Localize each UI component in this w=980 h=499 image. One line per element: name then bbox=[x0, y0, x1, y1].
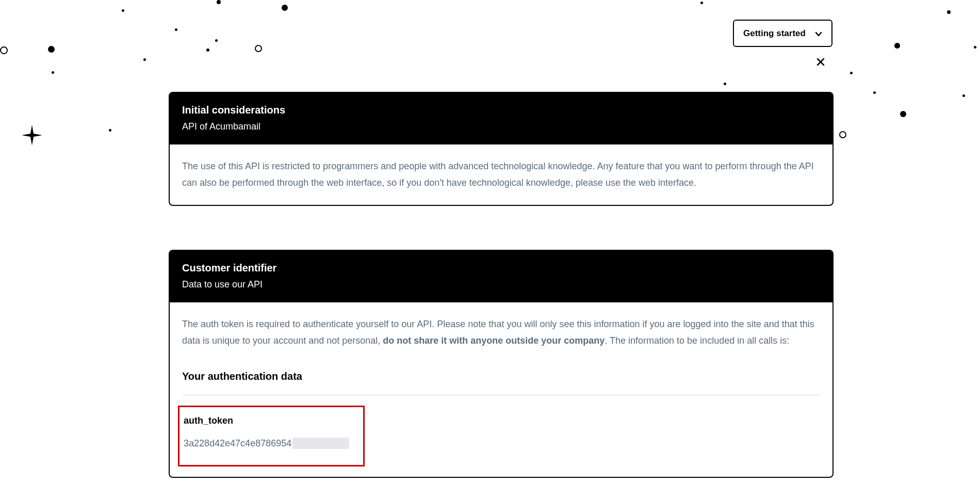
decoration-dot bbox=[52, 71, 54, 74]
card-header: Initial considerations API of Acumbamail bbox=[170, 93, 832, 144]
card-title: Initial considerations bbox=[182, 104, 820, 116]
decoration-dot bbox=[215, 39, 218, 42]
close-icon[interactable] bbox=[816, 58, 825, 66]
initial-considerations-card: Initial considerations API of Acumbamail… bbox=[169, 92, 834, 206]
auth-token-redacted bbox=[292, 438, 349, 449]
auth-data-heading: Your authentication data bbox=[182, 367, 820, 385]
decoration-dot bbox=[217, 0, 221, 4]
decoration-dot bbox=[947, 10, 951, 14]
decoration-dot bbox=[850, 72, 853, 74]
decoration-dot bbox=[873, 91, 876, 94]
getting-started-dropdown[interactable]: Getting started bbox=[733, 20, 832, 47]
decoration-dot bbox=[724, 83, 726, 85]
card-header: Customer identifier Data to use our API bbox=[170, 251, 832, 302]
decoration-dot bbox=[175, 28, 177, 31]
card-subtitle: API of Acumbamail bbox=[182, 121, 820, 132]
card-body: The use of this API is restricted to pro… bbox=[170, 144, 832, 205]
divider bbox=[182, 395, 820, 395]
decoration-ring bbox=[839, 131, 846, 138]
body-text-part2: . The information to be included in all … bbox=[605, 335, 789, 346]
decoration-dot bbox=[282, 5, 288, 11]
customer-identifier-card: Customer identifier Data to use our API … bbox=[169, 250, 834, 478]
decoration-dot bbox=[962, 94, 965, 97]
card-body: The auth token is required to authentica… bbox=[170, 302, 832, 477]
decoration-dot bbox=[894, 43, 900, 49]
body-text-bold: do not share it with anyone outside your… bbox=[383, 335, 605, 346]
decoration-ring bbox=[0, 46, 8, 54]
auth-token-label: auth_token bbox=[184, 412, 359, 429]
decoration-dot bbox=[700, 2, 703, 4]
auth-token-box: auth_token 3a228d42e47c4e8786954 bbox=[178, 406, 365, 467]
main-content: Initial considerations API of Acumbamail… bbox=[169, 92, 834, 478]
decoration-dot bbox=[206, 49, 209, 52]
decoration-dot bbox=[109, 129, 111, 132]
decoration-dot bbox=[143, 58, 146, 61]
decoration-ring bbox=[255, 45, 262, 52]
decoration-dot bbox=[48, 46, 55, 53]
card-title: Customer identifier bbox=[182, 262, 820, 274]
chevron-down-icon bbox=[815, 30, 822, 37]
card-subtitle: Data to use our API bbox=[182, 279, 820, 290]
dropdown-label: Getting started bbox=[743, 28, 806, 39]
decoration-dot bbox=[122, 9, 124, 12]
auth-token-visible: 3a228d42e47c4e8786954 bbox=[184, 435, 291, 452]
decoration-dot bbox=[974, 46, 976, 49]
auth-token-value: 3a228d42e47c4e8786954 bbox=[184, 435, 359, 452]
decoration-dot bbox=[900, 111, 906, 117]
decoration-star bbox=[22, 125, 42, 148]
